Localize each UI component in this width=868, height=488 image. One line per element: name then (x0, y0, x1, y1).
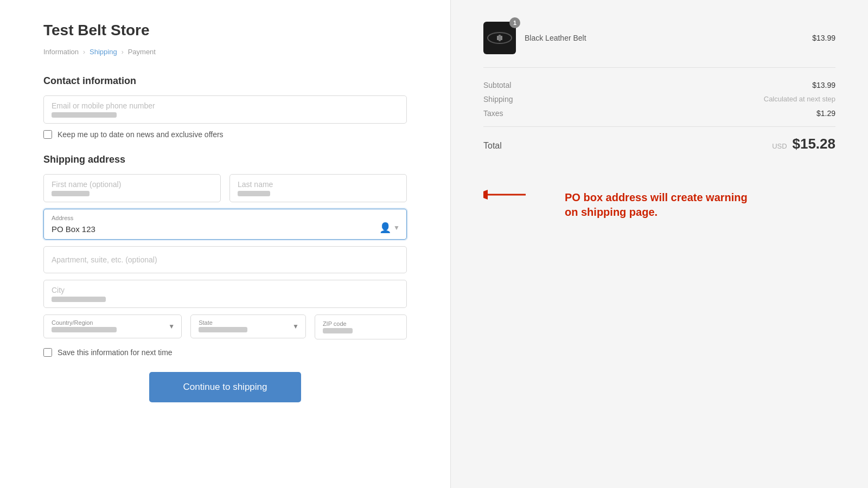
belt-svg (486, 27, 513, 49)
city-blurred-value (52, 297, 106, 302)
address-label: Address (44, 209, 379, 221)
total-row: Total USD $15.28 (483, 136, 835, 152)
address-autocomplete-icon: 👤 ▼ (379, 222, 406, 239)
shipping-value: Calculated at next step (764, 95, 835, 104)
last-name-group: Last name (229, 174, 407, 202)
total-value: $15.28 (792, 136, 835, 152)
product-quantity-badge: 1 (509, 17, 520, 28)
product-price: $13.99 (812, 34, 835, 42)
last-name-field[interactable]: Last name (229, 174, 407, 202)
taxes-label: Taxes (483, 109, 503, 118)
name-row: First name (optional) Last name (43, 174, 407, 202)
breadcrumb-information[interactable]: Information (43, 48, 79, 56)
city-field-group: City (43, 280, 407, 308)
email-placeholder: Email or mobile phone number (52, 101, 399, 110)
state-group: State ▼ (190, 314, 306, 339)
newsletter-label: Keep me up to date on news and exclusive… (58, 130, 224, 139)
country-blurred-value (52, 327, 117, 332)
newsletter-row: Keep me up to date on news and exclusive… (43, 130, 407, 139)
taxes-row: Taxes $1.29 (483, 109, 835, 118)
email-blurred-value (52, 112, 117, 118)
city-field[interactable]: City (43, 280, 407, 308)
apt-field-group: Apartment, suite, etc. (optional) (43, 246, 407, 273)
first-name-placeholder: First name (optional) (52, 180, 213, 189)
shipping-row: Shipping Calculated at next step (483, 95, 835, 104)
first-name-blurred (52, 191, 90, 196)
email-field-wrapper[interactable]: Email or mobile phone number (43, 95, 407, 124)
shipping-label: Shipping (483, 95, 513, 104)
breadcrumb: Information › Shipping › Payment (43, 48, 407, 56)
zip-field[interactable]: ZIP code (315, 314, 407, 339)
country-label: Country/Region (52, 319, 174, 326)
svg-rect-2 (499, 35, 501, 41)
subtotal-label: Subtotal (483, 81, 511, 89)
store-title: Test Belt Store (43, 22, 407, 39)
subtotal-value: $13.99 (812, 81, 835, 89)
country-select[interactable]: Country/Region ▼ (43, 314, 182, 338)
state-blurred-value (199, 327, 247, 332)
region-row: Country/Region ▼ State ▼ ZIP code (43, 314, 407, 339)
zip-label: ZIP code (323, 320, 399, 327)
continue-button[interactable]: Continue to shipping (149, 372, 301, 402)
shipping-section-title: Shipping address (43, 154, 407, 165)
breadcrumb-payment[interactable]: Payment (128, 48, 156, 56)
address-field-wrapper[interactable]: Address PO Box 123 👤 ▼ (43, 209, 407, 240)
summary-divider (483, 126, 835, 127)
last-name-blurred (238, 191, 270, 196)
first-name-field[interactable]: First name (optional) (43, 174, 221, 202)
apt-placeholder: Apartment, suite, etc. (optional) (52, 255, 157, 264)
state-select[interactable]: State ▼ (190, 314, 306, 338)
address-field-group: Address PO Box 123 👤 ▼ (43, 209, 407, 240)
product-row: 1 Black Leather Belt $13.99 (483, 22, 835, 68)
first-name-group: First name (optional) (43, 174, 221, 202)
save-info-row: Save this information for next time (43, 348, 407, 357)
breadcrumb-shipping[interactable]: Shipping (90, 48, 117, 56)
zip-group: ZIP code (315, 314, 407, 339)
email-field-group: Email or mobile phone number (43, 95, 407, 124)
annotation-text: PO box address will create warning on sh… (565, 190, 748, 220)
product-image-wrapper: 1 (483, 22, 516, 54)
save-info-checkbox[interactable] (43, 348, 52, 357)
zip-blurred-value (323, 328, 353, 333)
annotation-area: PO box address will create warning on sh… (483, 185, 835, 220)
total-label: Total (483, 141, 502, 151)
annotation-arrow (483, 185, 527, 204)
product-name: Black Leather Belt (525, 34, 812, 42)
breadcrumb-sep-2: › (122, 48, 124, 56)
last-name-placeholder: Last name (238, 180, 399, 189)
save-info-label: Save this information for next time (58, 348, 173, 357)
state-label: State (199, 319, 298, 326)
newsletter-checkbox[interactable] (43, 130, 52, 139)
arrow-svg (483, 185, 527, 204)
address-input[interactable]: PO Box 123 (44, 222, 379, 239)
total-currency: USD (772, 142, 787, 150)
city-placeholder: City (52, 286, 399, 294)
apt-field[interactable]: Apartment, suite, etc. (optional) (43, 246, 407, 273)
subtotal-row: Subtotal $13.99 (483, 81, 835, 89)
total-amount: USD $15.28 (772, 136, 835, 152)
contact-section-title: Contact information (43, 75, 407, 87)
breadcrumb-sep-1: › (83, 48, 85, 56)
taxes-value: $1.29 (816, 109, 835, 118)
country-group: Country/Region ▼ (43, 314, 182, 339)
